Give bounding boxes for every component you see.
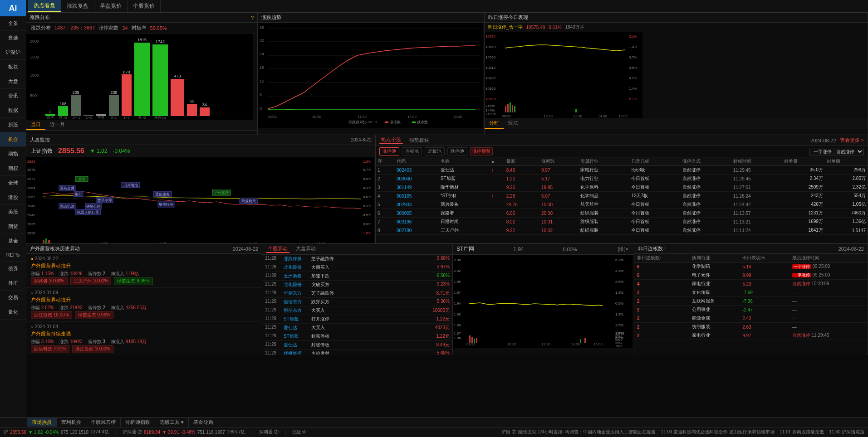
cell-pct: 9.98: [740, 271, 790, 280]
sidebar-item-shuju[interactable]: 数据: [0, 103, 26, 118]
table-row[interactable]: 6 300005 探路者 6.06 20.00 纺织服装 今日首板 自然涨停 1…: [376, 209, 868, 218]
list-item[interactable]: 11:28 涨跌停操 芝子融跌停 9.68%: [262, 255, 452, 263]
table-row[interactable]: 8 002780 三夫户外 9.22 10.02 纺织服装 今日首板 自然涨停 …: [376, 226, 868, 235]
sidebar-item-meigu[interactable]: 美股: [0, 205, 26, 219]
sidebar-item-qiquan[interactable]: 期权: [0, 161, 26, 176]
history-item[interactable]: ● 2024-08-22 户外露营异动拉升 涨幅 1.15% 涨跌 18/2/6…: [26, 254, 262, 288]
sidebar-item-jijin[interactable]: 基金: [0, 234, 26, 248]
table-row[interactable]: 1 002403 爱仕达 ↑ 8.49 9.97 家电行业 3天3板 自然涨停 …: [376, 166, 868, 175]
filter-dieting[interactable]: 跌停池: [447, 147, 467, 155]
bottom-tab-taoliww[interactable]: 套利机会: [57, 418, 86, 427]
sidebar-item-zhaiquan[interactable]: 债券: [0, 262, 26, 276]
sidebar-item-zixun[interactable]: 资讯: [0, 89, 26, 103]
svg-text:1.3%: 1.3%: [615, 312, 623, 316]
table-row[interactable]: 3 301149 隆华新材 9.26 19.95 化学原料 今日首板 自然涨停 …: [376, 183, 868, 192]
bottom-tab-gegu[interactable]: 个股风云榜: [86, 418, 121, 427]
tab-zaopan[interactable]: 早盘竞价: [94, 0, 128, 12]
list-item[interactable]: 11:28 五洲新春 加速下跌 -6.58%: [262, 272, 452, 281]
sidebar-item-dapan[interactable]: 大盘: [0, 74, 26, 89]
cell-industry: 化学原料: [579, 183, 629, 192]
filter-yujing[interactable]: 涨停预警: [470, 147, 493, 155]
sidebar-item-lianghua[interactable]: 量化: [0, 305, 26, 320]
cell-seq: 6: [376, 209, 395, 218]
anomaly-time: 11:29: [265, 290, 281, 296]
table-row[interactable]: 4 家电行业 5.23 自然涨停 10:28:09: [634, 280, 868, 288]
yesterday-subtab-fenshi[interactable]: 分时: [485, 118, 504, 129]
history-item[interactable]: ○ 2024-01-09 户外露营异动拉升 涨幅 2.62% 涨跌 21/0/2…: [26, 288, 262, 322]
st-close-btn[interactable]: [设]×: [616, 246, 630, 252]
svg-rect-26: [152, 44, 168, 116]
list-item[interactable]: 11:29 华储东方 芝子融跌停 8.71元: [262, 289, 452, 298]
sidebar-item-hushen[interactable]: 沪深沪: [0, 45, 26, 60]
filter-zhangting[interactable]: 涨停池: [379, 147, 399, 155]
sidebar-item-qihuo[interactable]: 期货: [0, 219, 26, 234]
board-table-wrap[interactable]: 非日连板数↑ 所属行业 今日表现% 最后涨停时间 6 化学制药 5.14 一字涨…: [634, 254, 868, 340]
sidebar-item-quanqiu[interactable]: 全球: [0, 176, 26, 190]
list-item[interactable]: 11:29 恒信东方 跌穿买方 5.36%: [262, 298, 452, 306]
anomaly-tab-gegu[interactable]: 个股异动: [266, 245, 289, 253]
table-row[interactable]: 5 002933 新兴装备 24.76 10.00 航天航空 今日首板 自然涨停…: [376, 200, 868, 209]
list-item[interactable]: 11:29 恒信东方 大买入 10605元: [262, 306, 452, 315]
bottom-tab-select[interactable]: 选股工具 ▾: [155, 418, 189, 427]
table-row[interactable]: 2 公用事业 -2.47 —: [634, 306, 868, 314]
list-item[interactable]: 11:29 爱仕达 大买入 4023元: [262, 324, 452, 332]
net-value: 8189.84: [144, 430, 160, 435]
filter-zhaban[interactable]: 炸板池: [425, 147, 445, 155]
svg-rect-54: [385, 121, 388, 123]
bottom-tab-analyst[interactable]: 分析师指数: [121, 418, 155, 427]
yesterday-subtab-wanfa[interactable]: 玩法: [504, 118, 523, 129]
list-item[interactable]: 11:29 猛狮能源 火箭发射 5.68%: [262, 350, 452, 354]
sidebar-item-bankuai[interactable]: 板块: [0, 60, 26, 74]
sidebar-item-xingu[interactable]: 新股: [0, 118, 26, 132]
bottom-tab-hot[interactable]: 市场热点: [27, 418, 57, 427]
history-item[interactable]: ○ 2024-01-04 户外露营持续走强 涨幅 3.16% 涨跌 19/0/3…: [26, 322, 262, 355]
list-item[interactable]: 11:29 ST旭蓝 封涨停板 1.22元: [262, 332, 452, 341]
hot-tab-bankuai[interactable]: 强势板块: [407, 137, 431, 144]
table-row[interactable]: 7 603196 日播时尚 8.02 10.01 纺织服装 今日首板 自然涨停 …: [376, 218, 868, 226]
table-row[interactable]: 6 化学制药 5.14 一字涨停 09:25:00: [634, 262, 868, 271]
list-item[interactable]: 11:29 爱仕达 封涨停板 8.49元: [262, 341, 452, 350]
hot-stocks-table-wrap[interactable]: 序 代码 名称 ● 最新 涨幅% 所属行业 几天几板 涨停方式 封板时间 封单量…: [376, 157, 868, 235]
list-item[interactable]: 11:29 ST旭蓝 打开涨停 1.22元: [262, 315, 452, 324]
board-perf-title-text: 非日连板数↑: [638, 245, 666, 252]
hot-stocks-filter-select[interactable]: 一字涨停，自然涨停: [809, 148, 864, 155]
svg-text:1.4%: 1.4%: [629, 45, 637, 49]
zhangdie-help[interactable]: ?: [251, 15, 254, 20]
anomaly-name: 大额买入: [311, 264, 341, 271]
table-row[interactable]: 2 纺织服装 2.63 —: [634, 323, 868, 331]
tab-fupan[interactable]: 涨跌复盘: [61, 0, 94, 12]
table-row[interactable]: 2 能源金属 2.42 —: [634, 314, 868, 323]
sidebar-item-jihui[interactable]: 机会: [0, 132, 26, 147]
table-row[interactable]: 2 文化传媒 -7.69 —: [634, 288, 868, 297]
sidebar-item-ganggu[interactable]: 港股: [0, 190, 26, 205]
anomaly-time: 11:29: [265, 333, 281, 340]
table-row[interactable]: 2 000040 ST旭蓝 1.22 5.17 电力行业 今日首板 自然涨停 1…: [376, 175, 868, 183]
sidebar-item-reits[interactable]: REITs: [0, 248, 26, 262]
filter-lianban[interactable]: 连板池: [402, 147, 422, 155]
hot-stocks-more[interactable]: 查看更多 >: [840, 137, 864, 144]
sidebar-item-qizhi[interactable]: 期指: [0, 147, 26, 161]
hot-tab-gegu[interactable]: 热点个股: [379, 136, 403, 144]
zhangdie-subtab-today[interactable]: 当日: [26, 120, 45, 130]
cell-industry: 纺织服装: [579, 226, 629, 235]
sidebar-item-waihui[interactable]: 外汇: [0, 276, 26, 291]
anomaly-tab-dapan[interactable]: 大盘异动: [294, 245, 318, 253]
bottom-tab-fund[interactable]: 基金导购: [189, 418, 218, 427]
table-row[interactable]: 2 家电行业 9.97 自然涨停 11:29:45: [634, 331, 868, 340]
table-row[interactable]: 5 电子元件 9.98 一字涨停 09:25:00: [634, 271, 868, 280]
table-row[interactable]: 2 互联网服务 -7.36 —: [634, 297, 868, 306]
list-item[interactable]: 11:28 北化股份 大额买入 3.97%: [262, 263, 452, 272]
board-table-body: 6 化学制药 5.14 一字涨停 09:25:00 5 电子元件 9.98 一字…: [634, 262, 868, 340]
zhangdie-subtab-month[interactable]: 近一月: [45, 120, 69, 130]
table-row[interactable]: 4 600165 *ST宁科 ↑ 2.28 5.07 化学制品 12天7板 自然…: [376, 192, 868, 200]
cell-boards: 5: [634, 271, 689, 280]
sidebar-item-quanjing[interactable]: 全景: [0, 16, 26, 31]
anomaly-table-wrap[interactable]: 11:28 涨跌停操 芝子融跌停 9.68% 11:28 北化股份 大额买入 3…: [262, 255, 452, 354]
cell-boards: 今日首板: [629, 226, 680, 235]
tab-gegu[interactable]: 个股竞价: [128, 0, 161, 12]
history-item-stats: 涨幅 2.62% 涨跌 21/0/2 落停数 2 净流入 4256.55万: [31, 305, 257, 311]
list-item[interactable]: 11:29 北化股份 突破买方 9.23%: [262, 281, 452, 289]
sidebar-item-jiaoyi[interactable]: 交易: [0, 291, 26, 305]
tab-hotpan[interactable]: 热点看盘: [28, 0, 61, 12]
sidebar-item-zixuan[interactable]: 自选: [0, 31, 26, 45]
